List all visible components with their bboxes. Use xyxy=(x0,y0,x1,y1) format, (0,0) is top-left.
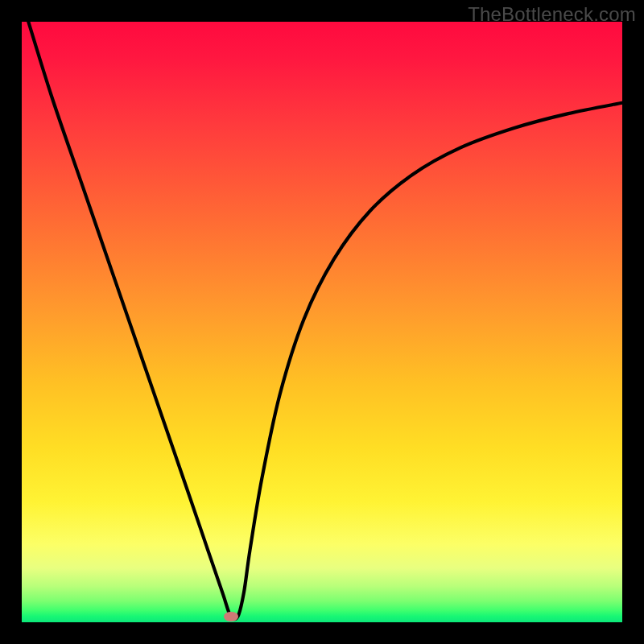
plot-area xyxy=(22,22,622,622)
bottleneck-curve xyxy=(25,10,622,619)
curve-svg xyxy=(22,22,622,622)
minimum-marker xyxy=(224,612,238,621)
chart-frame: TheBottleneck.com xyxy=(0,0,644,644)
